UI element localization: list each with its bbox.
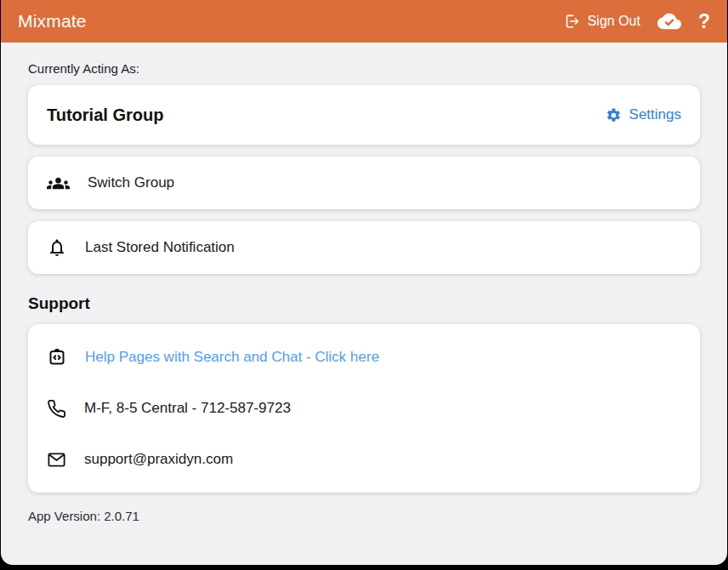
last-notification-button[interactable]: Last Stored Notification xyxy=(28,221,700,274)
switch-group-label: Switch Group xyxy=(88,174,174,191)
acting-group-card: Tutorial Group Settings xyxy=(28,85,700,145)
last-notification-label: Last Stored Notification xyxy=(85,239,235,256)
phone-icon xyxy=(47,399,66,419)
app-version: App Version: 2.0.71 xyxy=(28,509,700,523)
help-pages-link[interactable]: Help Pages with Search and Chat - Click … xyxy=(85,349,379,366)
mail-icon xyxy=(47,450,66,470)
help-pages-link-row[interactable]: Help Pages with Search and Chat - Click … xyxy=(47,332,681,383)
phone-row[interactable]: M-F, 8-5 Central - 712-587-9723 xyxy=(47,383,681,434)
email-row[interactable]: support@praxidyn.com xyxy=(47,434,681,485)
settings-button[interactable]: Settings xyxy=(606,106,681,123)
help-pages-icon xyxy=(47,347,67,368)
phone-label: M-F, 8-5 Central - 712-587-9723 xyxy=(84,400,291,417)
bell-icon xyxy=(47,237,67,258)
app-title: Mixmate xyxy=(18,11,87,31)
header-bar: Mixmate Sign Out ? xyxy=(1,0,727,43)
cloud-check-icon[interactable] xyxy=(657,12,681,31)
email-label: support@praxidyn.com xyxy=(84,451,233,468)
groups-icon xyxy=(47,172,70,195)
app-window: Mixmate Sign Out ? xyxy=(1,0,727,565)
sign-out-button[interactable]: Sign Out xyxy=(563,13,640,30)
gear-icon xyxy=(606,107,622,123)
group-name: Tutorial Group xyxy=(47,105,163,125)
sign-out-label: Sign Out xyxy=(588,14,640,29)
settings-label: Settings xyxy=(629,106,681,123)
acting-as-label: Currently Acting As: xyxy=(28,61,700,76)
help-button[interactable]: ? xyxy=(698,12,710,31)
switch-group-button[interactable]: Switch Group xyxy=(28,157,700,209)
support-heading: Support xyxy=(28,294,700,313)
logout-icon xyxy=(563,13,580,30)
main-content: Currently Acting As: Tutorial Group Sett… xyxy=(1,43,727,523)
support-card: Help Pages with Search and Chat - Click … xyxy=(28,324,700,493)
header-actions: Sign Out ? xyxy=(563,12,710,31)
